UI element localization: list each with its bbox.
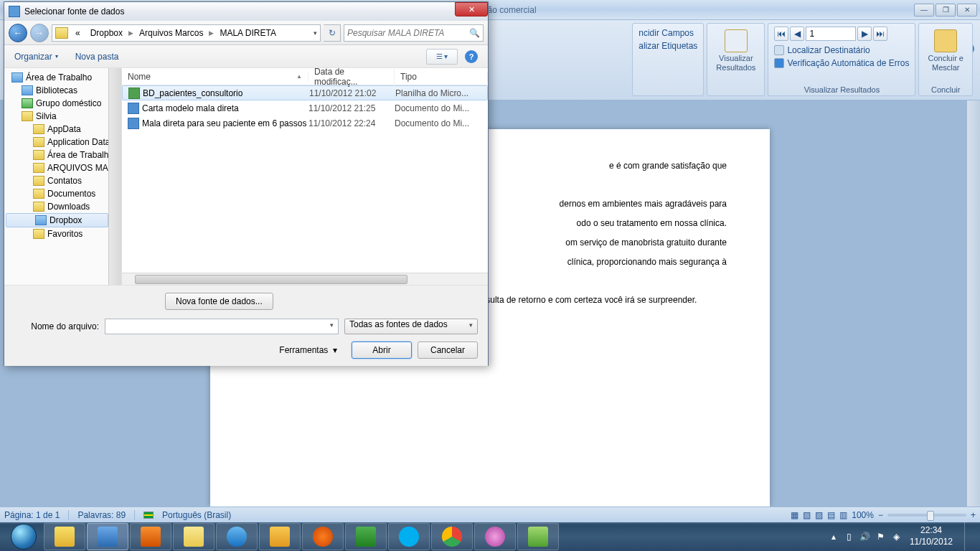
forward-button[interactable]: → [30, 24, 49, 42]
tools-button[interactable]: Ferramentas ▾ [279, 345, 337, 355]
refresh-button[interactable]: ↻ [324, 24, 341, 42]
zoom-in-button[interactable]: + [971, 510, 976, 520]
group-preview-results: Visualizar Resultados [774, 85, 909, 94]
tree-favoritos[interactable]: Favoritos [4, 227, 121, 240]
draft-view[interactable]: ▥ [839, 510, 847, 520]
firefox-taskbar-button[interactable] [302, 523, 344, 550]
match-fields-button[interactable]: ncidir Campos [639, 27, 697, 39]
battery-icon[interactable]: ▯ [844, 531, 855, 542]
flag-icon [143, 512, 154, 519]
messenger-taskbar-button[interactable] [517, 523, 559, 550]
tree-homegroup[interactable]: Grupo doméstico [4, 97, 121, 110]
tree-desktop[interactable]: Área de Trabalho [4, 71, 121, 84]
preview-results-button[interactable]: Visualizar Resultados [713, 27, 758, 75]
clock[interactable]: 22:34 11/10/2012 [910, 525, 953, 547]
new-folder-button[interactable]: Nova pasta [75, 52, 119, 62]
next-record-button[interactable]: ▶ [857, 27, 872, 41]
print-layout-view[interactable]: ▦ [791, 510, 798, 520]
tree-downloads[interactable]: Downloads [4, 200, 121, 213]
zoom-value[interactable]: 100% [852, 510, 874, 520]
fullscreen-view[interactable]: ▧ [803, 510, 811, 520]
first-record-button[interactable]: ⏮ [774, 27, 788, 41]
breadcrumb-prefix[interactable]: « [71, 28, 85, 38]
explorer-taskbar-button[interactable] [44, 523, 85, 550]
file-row[interactable]: BD_pacientes_consultorio 11/10/2012 21:0… [122, 85, 488, 100]
network-icon[interactable]: ◈ [891, 531, 903, 542]
search-icon [774, 45, 784, 55]
chrome-taskbar-button[interactable] [431, 523, 473, 550]
search-icon[interactable]: 🔍 [469, 28, 480, 38]
organize-button[interactable]: Organizar ▾ [14, 52, 58, 62]
app-taskbar-button[interactable] [474, 523, 516, 550]
back-button[interactable]: ← [9, 24, 27, 42]
close-button[interactable]: ✕ [957, 4, 977, 17]
view-button[interactable]: ☰ ▾ [426, 49, 458, 65]
word-taskbar-button[interactable] [87, 523, 128, 550]
prev-record-button[interactable]: ◀ [790, 27, 804, 41]
notes-taskbar-button[interactable] [173, 523, 215, 550]
search-input[interactable] [347, 28, 469, 38]
new-data-source-button[interactable]: Nova fonte de dados... [165, 293, 273, 310]
auto-check-errors-button[interactable]: Verificação Automática de Erros [774, 57, 909, 70]
maximize-button[interactable]: ❐ [936, 4, 956, 17]
cancel-button[interactable]: Cancelar [418, 342, 478, 359]
tree-arquivos[interactable]: ARQUIVOS MA [4, 161, 121, 174]
word-count[interactable]: Palavras: 89 [77, 510, 126, 520]
update-labels-button[interactable]: alizar Etiquetas [639, 39, 697, 52]
ie-taskbar-button[interactable] [216, 523, 258, 550]
filename-input[interactable] [105, 319, 339, 334]
tray-up-icon[interactable]: ▴ [828, 531, 839, 542]
dialog-close-button[interactable]: ✕ [455, 2, 488, 17]
tree-documentos[interactable]: Documentos [4, 187, 121, 200]
breadcrumb-seg[interactable]: Dropbox [86, 28, 127, 38]
zoom-slider[interactable] [887, 514, 966, 517]
zoom-out-button[interactable]: − [878, 510, 883, 520]
page-status[interactable]: Página: 1 de 1 [4, 510, 60, 520]
file-type-filter[interactable]: Todas as fontes de dados [344, 319, 478, 334]
finish-merge-button[interactable]: Concluir e Mesclar [925, 27, 966, 75]
skype-taskbar-button[interactable] [388, 523, 430, 550]
language-status[interactable]: Português (Brasil) [162, 510, 231, 520]
search-box[interactable]: 🔍 [344, 24, 484, 42]
taskbar: ▴ ▯ 🔊 ⚑ ◈ 22:34 11/10/2012 [0, 522, 980, 551]
outline-view[interactable]: ▤ [827, 510, 835, 520]
record-number-input[interactable] [806, 27, 856, 41]
col-type[interactable]: Tipo [395, 72, 488, 82]
find-recipient-button[interactable]: Localizar Destinatário [774, 44, 909, 57]
tree-contatos[interactable]: Contatos [4, 174, 121, 187]
action-center-icon[interactable]: ⚑ [875, 531, 887, 542]
last-record-button[interactable]: ⏭ [873, 27, 887, 41]
tree-desktop2[interactable]: Área de Trabalho [4, 149, 121, 161]
excel-taskbar-button[interactable] [345, 523, 387, 550]
folder-tree[interactable]: Área de Trabalho Bibliotecas Grupo domés… [4, 68, 122, 285]
tree-dropbox[interactable]: Dropbox [6, 213, 108, 227]
dialog-help-icon[interactable]: ? [465, 50, 478, 63]
dialog-nav: ← → « Dropbox ▶ Arquivos Marcos ▶ MALA D… [4, 21, 488, 45]
open-button[interactable]: Abrir [352, 342, 412, 359]
tree-user[interactable]: Silvia [4, 110, 121, 123]
show-desktop-button[interactable] [964, 522, 971, 551]
folder-icon [33, 124, 44, 134]
homegroup-icon [22, 98, 33, 108]
tree-libraries[interactable]: Bibliotecas [4, 84, 121, 97]
chevron-right-icon[interactable]: ▶ [209, 29, 214, 37]
file-row[interactable]: Carta modelo mala direta 11/10/2012 21:2… [122, 100, 488, 116]
start-button[interactable] [4, 522, 43, 551]
col-date[interactable]: Data de modificaç... [308, 67, 395, 87]
outlook-taskbar-button[interactable] [259, 523, 301, 550]
col-name[interactable]: Nome▲ [122, 72, 308, 82]
tree-appdata[interactable]: AppData [4, 123, 121, 136]
chevron-down-icon[interactable]: ▾ [314, 29, 317, 37]
breadcrumb[interactable]: « Dropbox ▶ Arquivos Marcos ▶ MALA DIRET… [52, 24, 321, 42]
file-row[interactable]: Mala direta para seu paciente em 6 passo… [122, 116, 488, 131]
chevron-right-icon[interactable]: ▶ [128, 29, 133, 37]
mediaplayer-taskbar-button[interactable] [130, 523, 171, 550]
volume-icon[interactable]: 🔊 [859, 531, 871, 542]
breadcrumb-seg[interactable]: Arquivos Marcos [135, 28, 207, 38]
file-list[interactable]: Nome▲ Data de modificaç... Tipo BD_pacie… [122, 68, 488, 285]
breadcrumb-seg[interactable]: MALA DIRETA [215, 28, 280, 38]
minimize-button[interactable]: — [914, 4, 934, 17]
tree-appdata2[interactable]: Application Data [4, 136, 121, 149]
horizontal-scrollbar[interactable] [122, 273, 488, 285]
web-view[interactable]: ▨ [815, 510, 823, 520]
